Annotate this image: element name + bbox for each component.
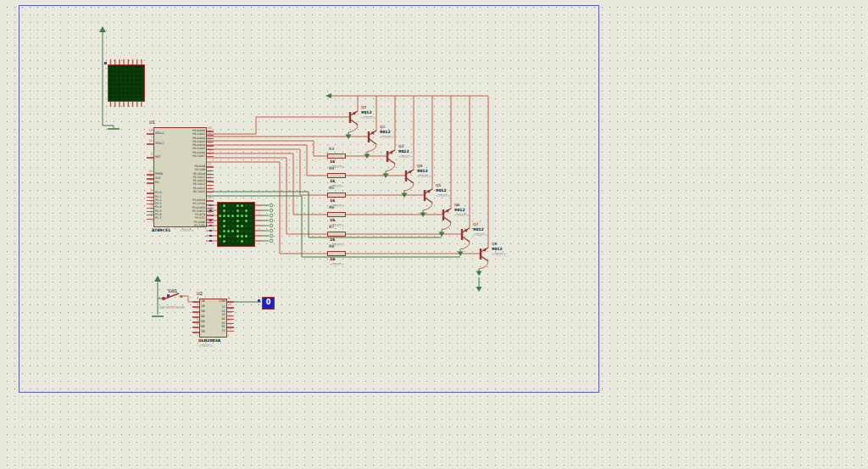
transistor-ref-Q3[interactable]: Q3: [398, 145, 403, 149]
led-dot-unlit: [135, 79, 137, 81]
resistor-R7[interactable]: [327, 232, 346, 237]
resistor-R8[interactable]: [327, 251, 346, 256]
driver-pin-number: 7: [192, 328, 198, 332]
transistor-part: 9012: [361, 111, 372, 115]
led-dot-unlit: [118, 92, 120, 94]
led-matrix-display-2[interactable]: [217, 202, 255, 247]
led-dot-unlit: [227, 204, 230, 207]
led-dot-lit: [223, 235, 225, 237]
led-dot-lit: [231, 215, 234, 217]
collector-wire[interactable]: [423, 203, 432, 210]
led-dot-lit: [219, 235, 221, 237]
driver-pin-number: 6: [192, 323, 198, 327]
led-dot-lit: [241, 240, 243, 243]
mcu-pin-label: ALE: [155, 177, 160, 180]
led-dot-unlit: [126, 83, 129, 86]
collector-wire[interactable]: [367, 144, 376, 152]
transistor-ref-Q2[interactable]: Q2: [380, 126, 385, 130]
mcu-pin-stub: [207, 226, 214, 226]
logic-probe[interactable]: 0: [262, 297, 275, 310]
led-dot-lit: [236, 215, 239, 217]
collector-wire[interactable]: [479, 261, 488, 269]
ground-arrow-icon: [476, 271, 482, 276]
led-matrix-display-1[interactable]: [108, 64, 145, 102]
led-dot-unlit: [249, 225, 252, 227]
power-arrow-left-icon: [326, 93, 331, 98]
collector-wire[interactable]: [404, 183, 414, 191]
led-dot-lit: [245, 215, 248, 217]
mcu-pin-number: 30: [146, 175, 153, 178]
led-dot-unlit: [109, 70, 112, 73]
transistor-ref-Q8[interactable]: Q8: [492, 243, 497, 247]
driver-pin-label: 6B: [201, 326, 204, 328]
led-dot-unlit: [231, 220, 234, 222]
switch-state-marker[interactable]: [167, 294, 170, 297]
mcu-pin-label: P3.7/RD: [181, 225, 205, 227]
switch-pole-dot[interactable]: [162, 297, 165, 300]
transistor-part: 9012: [473, 228, 484, 232]
led-dot-unlit: [227, 240, 230, 243]
terminal-marker: [104, 62, 107, 64]
led-dot-unlit: [231, 209, 234, 212]
led-dot-unlit: [249, 204, 252, 207]
led-dot-unlit: [122, 75, 125, 77]
collector-wire[interactable]: [442, 222, 451, 230]
led-dot-unlit: [219, 230, 221, 232]
wire-terminal-circle: [270, 209, 273, 212]
collector-wire[interactable]: [348, 125, 358, 132]
resistor-R5[interactable]: [327, 193, 346, 198]
led-dot-unlit: [139, 70, 142, 73]
led-dot-unlit: [139, 75, 142, 77]
led-dot-unlit: [135, 66, 137, 69]
transistor-part: 9012: [436, 189, 447, 193]
transistor-ref-Q1[interactable]: Q1: [361, 106, 366, 110]
red-wires[interactable]: [165, 96, 488, 302]
led-dot-unlit: [122, 96, 125, 98]
power-arrow-up-icon: [154, 276, 161, 282]
resistor-ref: R8: [329, 245, 334, 249]
transistor-ref-Q7[interactable]: Q7: [473, 223, 478, 227]
led-dot-lit: [236, 225, 239, 227]
switch-contact-dot: [180, 295, 182, 298]
led-dot-unlit: [135, 83, 137, 86]
transistor-part: 9012: [380, 131, 391, 135]
led-dot-unlit: [131, 79, 133, 81]
collector-wire[interactable]: [460, 242, 470, 249]
led-dot-unlit: [219, 204, 221, 207]
transistor-ref-Q6[interactable]: Q6: [454, 204, 459, 208]
led-dot-lit: [241, 235, 243, 237]
resistor-value: 1k: [330, 219, 335, 223]
transistor-collector: [444, 217, 452, 222]
transistor-placeholder: <TEXT>: [492, 253, 506, 256]
transistor-ref-Q5[interactable]: Q5: [436, 184, 441, 188]
led-dot-unlit: [118, 66, 120, 69]
resistor-value: 1k: [330, 180, 335, 184]
driver-pin-label: 4C: [215, 318, 225, 321]
led-dot-unlit: [231, 225, 234, 227]
led-dot-unlit: [135, 70, 137, 73]
driver-pin-number: 9: [228, 298, 230, 301]
led-dot-lit: [223, 230, 225, 232]
resistor-R4[interactable]: [327, 173, 346, 178]
driver-pin-label: 2B: [201, 305, 204, 308]
led-dot-unlit: [126, 75, 129, 77]
resistor-R3[interactable]: [327, 154, 346, 159]
mcu-pin-label: XTAL1: [155, 132, 164, 135]
mcu-pin-label: PSEN: [155, 173, 163, 176]
mcu-pin-number: 32: [208, 153, 211, 156]
led-dot-unlit: [131, 92, 133, 94]
led-dot-lit: [223, 209, 225, 212]
driver-pin-label: 1B: [201, 300, 204, 303]
mcu-pin-label: P1.7: [155, 217, 161, 220]
wire-terminal-circle: [270, 224, 273, 227]
transistor-part: 9012: [492, 248, 503, 252]
wire-terminal-circle: [270, 214, 273, 217]
collector-wire[interactable]: [386, 164, 395, 171]
led-dot-unlit: [236, 240, 239, 243]
led-dot-unlit: [219, 220, 221, 222]
led-dot-unlit: [131, 83, 133, 86]
resistor-R6[interactable]: [327, 212, 346, 217]
transistor-ref-Q4[interactable]: Q4: [417, 165, 422, 169]
driver-pin-number: 4: [192, 313, 198, 316]
led-dot-unlit: [135, 87, 137, 90]
